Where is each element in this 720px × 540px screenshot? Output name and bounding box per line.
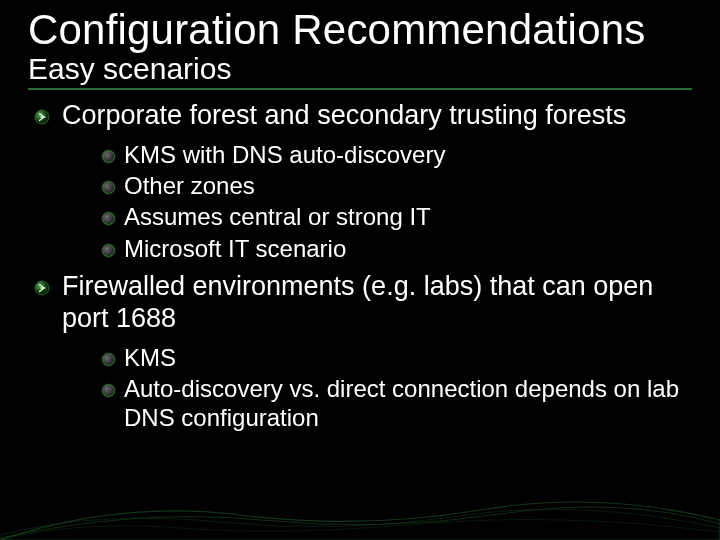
sub-bullet-list: KMS Auto-discovery vs. direct connection… bbox=[62, 343, 692, 433]
list-item: Assumes central or strong IT bbox=[62, 202, 692, 231]
slide-subtitle: Easy scenarios bbox=[28, 54, 692, 90]
background-accent bbox=[0, 480, 720, 540]
bullet-list: Corporate forest and secondary trusting … bbox=[28, 100, 692, 432]
list-item: Firewalled environments (e.g. labs) that… bbox=[28, 271, 692, 433]
list-item-label: KMS bbox=[124, 344, 176, 371]
list-item-label: Auto-discovery vs. direct connection dep… bbox=[124, 375, 679, 431]
arrow-bullet-icon bbox=[34, 109, 50, 125]
list-item: Other zones bbox=[62, 171, 692, 200]
list-item: Corporate forest and secondary trusting … bbox=[28, 100, 692, 263]
slide-title: Configuration Recommendations bbox=[28, 8, 692, 52]
dot-bullet-icon bbox=[102, 181, 115, 194]
list-item-label: Other zones bbox=[124, 172, 255, 199]
dot-bullet-icon bbox=[102, 384, 115, 397]
list-item-heading: Firewalled environments (e.g. labs) that… bbox=[62, 271, 653, 333]
dot-bullet-icon bbox=[102, 244, 115, 257]
dot-bullet-icon bbox=[102, 150, 115, 163]
list-item-heading: Corporate forest and secondary trusting … bbox=[62, 100, 626, 130]
list-item: Auto-discovery vs. direct connection dep… bbox=[62, 374, 692, 433]
dot-bullet-icon bbox=[102, 212, 115, 225]
slide: Configuration Recommendations Easy scena… bbox=[0, 0, 720, 540]
sub-bullet-list: KMS with DNS auto-discovery Other zones … bbox=[62, 140, 692, 263]
arrow-bullet-icon bbox=[34, 280, 50, 296]
dot-bullet-icon bbox=[102, 353, 115, 366]
slide-content: Configuration Recommendations Easy scena… bbox=[0, 0, 720, 433]
list-item: KMS with DNS auto-discovery bbox=[62, 140, 692, 169]
list-item: Microsoft IT scenario bbox=[62, 234, 692, 263]
list-item-label: Microsoft IT scenario bbox=[124, 235, 346, 262]
list-item: KMS bbox=[62, 343, 692, 372]
list-item-label: Assumes central or strong IT bbox=[124, 203, 431, 230]
list-item-label: KMS with DNS auto-discovery bbox=[124, 141, 445, 168]
